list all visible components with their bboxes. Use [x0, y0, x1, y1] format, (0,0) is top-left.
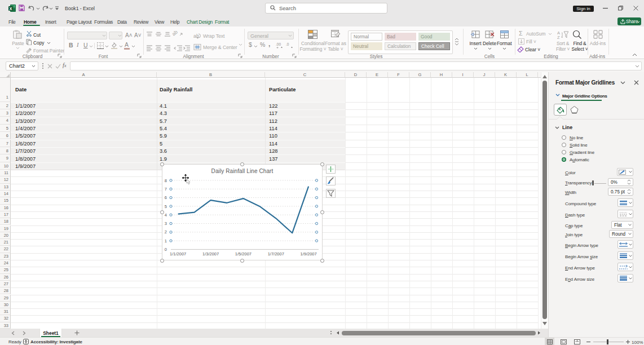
- svg-text:.0: .0: [286, 42, 289, 46]
- svg-text:1/1/2007: 1/1/2007: [170, 251, 186, 256]
- svg-text:1/5/2007: 1/5/2007: [235, 251, 252, 256]
- svg-text:Wrap Text: Wrap Text: [203, 33, 225, 39]
- svg-text:0: 0: [165, 247, 167, 252]
- svg-text:X: X: [9, 6, 12, 11]
- svg-text:1/9/2007: 1/9/2007: [300, 251, 316, 256]
- svg-text:3: 3: [165, 221, 167, 226]
- svg-text:1/7/2007: 1/7/2007: [268, 251, 284, 256]
- svg-text:5: 5: [165, 204, 167, 209]
- svg-text:1: 1: [165, 238, 167, 244]
- svg-text:1/3/2007: 1/3/2007: [202, 251, 219, 256]
- svg-text:7: 7: [165, 187, 167, 192]
- svg-text:6: 6: [165, 195, 167, 200]
- svg-text:Z: Z: [557, 35, 560, 39]
- svg-text:.00: .00: [276, 42, 281, 46]
- svg-text:4: 4: [165, 213, 167, 218]
- svg-text:8: 8: [165, 178, 167, 183]
- svg-text:2: 2: [165, 229, 167, 235]
- svg-text:ab: ab: [193, 33, 199, 39]
- svg-text:ab: ab: [171, 31, 179, 37]
- svg-text:Merge & Center: Merge & Center: [203, 45, 237, 50]
